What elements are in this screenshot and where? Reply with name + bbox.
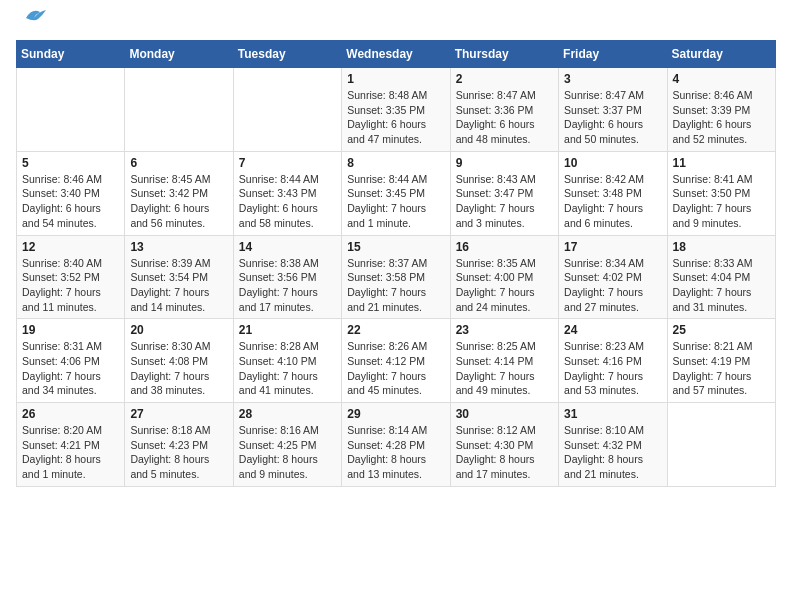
day-number: 24 (564, 323, 661, 337)
day-cell: 13Sunrise: 8:39 AM Sunset: 3:54 PM Dayli… (125, 235, 233, 319)
day-info: Sunrise: 8:14 AM Sunset: 4:28 PM Dayligh… (347, 423, 444, 482)
week-row-3: 12Sunrise: 8:40 AM Sunset: 3:52 PM Dayli… (17, 235, 776, 319)
day-cell: 14Sunrise: 8:38 AM Sunset: 3:56 PM Dayli… (233, 235, 341, 319)
day-cell: 8Sunrise: 8:44 AM Sunset: 3:45 PM Daylig… (342, 151, 450, 235)
day-info: Sunrise: 8:40 AM Sunset: 3:52 PM Dayligh… (22, 256, 119, 315)
day-cell: 5Sunrise: 8:46 AM Sunset: 3:40 PM Daylig… (17, 151, 125, 235)
day-info: Sunrise: 8:25 AM Sunset: 4:14 PM Dayligh… (456, 339, 553, 398)
day-number: 25 (673, 323, 770, 337)
day-cell (125, 68, 233, 152)
day-info: Sunrise: 8:41 AM Sunset: 3:50 PM Dayligh… (673, 172, 770, 231)
day-cell: 25Sunrise: 8:21 AM Sunset: 4:19 PM Dayli… (667, 319, 775, 403)
day-cell: 4Sunrise: 8:46 AM Sunset: 3:39 PM Daylig… (667, 68, 775, 152)
logo-bird-icon (18, 6, 48, 28)
day-cell: 2Sunrise: 8:47 AM Sunset: 3:36 PM Daylig… (450, 68, 558, 152)
day-number: 11 (673, 156, 770, 170)
page-header (16, 16, 776, 28)
day-info: Sunrise: 8:31 AM Sunset: 4:06 PM Dayligh… (22, 339, 119, 398)
day-number: 5 (22, 156, 119, 170)
day-cell: 31Sunrise: 8:10 AM Sunset: 4:32 PM Dayli… (559, 403, 667, 487)
day-number: 30 (456, 407, 553, 421)
day-number: 26 (22, 407, 119, 421)
day-cell: 22Sunrise: 8:26 AM Sunset: 4:12 PM Dayli… (342, 319, 450, 403)
day-info: Sunrise: 8:12 AM Sunset: 4:30 PM Dayligh… (456, 423, 553, 482)
day-info: Sunrise: 8:45 AM Sunset: 3:42 PM Dayligh… (130, 172, 227, 231)
col-header-tuesday: Tuesday (233, 41, 341, 68)
day-number: 1 (347, 72, 444, 86)
day-number: 31 (564, 407, 661, 421)
day-number: 21 (239, 323, 336, 337)
day-number: 8 (347, 156, 444, 170)
col-header-friday: Friday (559, 41, 667, 68)
day-cell: 7Sunrise: 8:44 AM Sunset: 3:43 PM Daylig… (233, 151, 341, 235)
day-info: Sunrise: 8:39 AM Sunset: 3:54 PM Dayligh… (130, 256, 227, 315)
day-cell (17, 68, 125, 152)
day-info: Sunrise: 8:46 AM Sunset: 3:39 PM Dayligh… (673, 88, 770, 147)
day-cell: 10Sunrise: 8:42 AM Sunset: 3:48 PM Dayli… (559, 151, 667, 235)
day-cell: 24Sunrise: 8:23 AM Sunset: 4:16 PM Dayli… (559, 319, 667, 403)
col-header-sunday: Sunday (17, 41, 125, 68)
col-header-monday: Monday (125, 41, 233, 68)
day-number: 6 (130, 156, 227, 170)
day-number: 27 (130, 407, 227, 421)
day-cell: 18Sunrise: 8:33 AM Sunset: 4:04 PM Dayli… (667, 235, 775, 319)
day-cell: 21Sunrise: 8:28 AM Sunset: 4:10 PM Dayli… (233, 319, 341, 403)
day-cell: 26Sunrise: 8:20 AM Sunset: 4:21 PM Dayli… (17, 403, 125, 487)
day-number: 15 (347, 240, 444, 254)
day-cell: 3Sunrise: 8:47 AM Sunset: 3:37 PM Daylig… (559, 68, 667, 152)
day-number: 13 (130, 240, 227, 254)
col-header-thursday: Thursday (450, 41, 558, 68)
day-cell: 6Sunrise: 8:45 AM Sunset: 3:42 PM Daylig… (125, 151, 233, 235)
day-number: 23 (456, 323, 553, 337)
day-cell: 30Sunrise: 8:12 AM Sunset: 4:30 PM Dayli… (450, 403, 558, 487)
day-cell: 28Sunrise: 8:16 AM Sunset: 4:25 PM Dayli… (233, 403, 341, 487)
day-number: 7 (239, 156, 336, 170)
day-info: Sunrise: 8:46 AM Sunset: 3:40 PM Dayligh… (22, 172, 119, 231)
calendar-header-row: SundayMondayTuesdayWednesdayThursdayFrid… (17, 41, 776, 68)
week-row-5: 26Sunrise: 8:20 AM Sunset: 4:21 PM Dayli… (17, 403, 776, 487)
day-info: Sunrise: 8:10 AM Sunset: 4:32 PM Dayligh… (564, 423, 661, 482)
day-info: Sunrise: 8:43 AM Sunset: 3:47 PM Dayligh… (456, 172, 553, 231)
day-info: Sunrise: 8:28 AM Sunset: 4:10 PM Dayligh… (239, 339, 336, 398)
day-cell: 29Sunrise: 8:14 AM Sunset: 4:28 PM Dayli… (342, 403, 450, 487)
day-number: 12 (22, 240, 119, 254)
day-info: Sunrise: 8:21 AM Sunset: 4:19 PM Dayligh… (673, 339, 770, 398)
day-cell: 23Sunrise: 8:25 AM Sunset: 4:14 PM Dayli… (450, 319, 558, 403)
day-info: Sunrise: 8:47 AM Sunset: 3:37 PM Dayligh… (564, 88, 661, 147)
day-number: 14 (239, 240, 336, 254)
day-info: Sunrise: 8:26 AM Sunset: 4:12 PM Dayligh… (347, 339, 444, 398)
week-row-1: 1Sunrise: 8:48 AM Sunset: 3:35 PM Daylig… (17, 68, 776, 152)
day-number: 4 (673, 72, 770, 86)
col-header-wednesday: Wednesday (342, 41, 450, 68)
day-info: Sunrise: 8:30 AM Sunset: 4:08 PM Dayligh… (130, 339, 227, 398)
day-cell: 15Sunrise: 8:37 AM Sunset: 3:58 PM Dayli… (342, 235, 450, 319)
day-info: Sunrise: 8:18 AM Sunset: 4:23 PM Dayligh… (130, 423, 227, 482)
day-info: Sunrise: 8:44 AM Sunset: 3:43 PM Dayligh… (239, 172, 336, 231)
day-info: Sunrise: 8:44 AM Sunset: 3:45 PM Dayligh… (347, 172, 444, 231)
day-cell: 19Sunrise: 8:31 AM Sunset: 4:06 PM Dayli… (17, 319, 125, 403)
day-info: Sunrise: 8:38 AM Sunset: 3:56 PM Dayligh… (239, 256, 336, 315)
day-cell: 1Sunrise: 8:48 AM Sunset: 3:35 PM Daylig… (342, 68, 450, 152)
day-info: Sunrise: 8:34 AM Sunset: 4:02 PM Dayligh… (564, 256, 661, 315)
day-cell: 20Sunrise: 8:30 AM Sunset: 4:08 PM Dayli… (125, 319, 233, 403)
day-info: Sunrise: 8:16 AM Sunset: 4:25 PM Dayligh… (239, 423, 336, 482)
day-cell: 27Sunrise: 8:18 AM Sunset: 4:23 PM Dayli… (125, 403, 233, 487)
day-number: 16 (456, 240, 553, 254)
day-cell: 12Sunrise: 8:40 AM Sunset: 3:52 PM Dayli… (17, 235, 125, 319)
day-info: Sunrise: 8:42 AM Sunset: 3:48 PM Dayligh… (564, 172, 661, 231)
day-number: 3 (564, 72, 661, 86)
day-cell: 17Sunrise: 8:34 AM Sunset: 4:02 PM Dayli… (559, 235, 667, 319)
col-header-saturday: Saturday (667, 41, 775, 68)
day-number: 28 (239, 407, 336, 421)
calendar-table: SundayMondayTuesdayWednesdayThursdayFrid… (16, 40, 776, 487)
day-info: Sunrise: 8:20 AM Sunset: 4:21 PM Dayligh… (22, 423, 119, 482)
day-info: Sunrise: 8:23 AM Sunset: 4:16 PM Dayligh… (564, 339, 661, 398)
day-number: 17 (564, 240, 661, 254)
day-cell: 9Sunrise: 8:43 AM Sunset: 3:47 PM Daylig… (450, 151, 558, 235)
day-info: Sunrise: 8:35 AM Sunset: 4:00 PM Dayligh… (456, 256, 553, 315)
week-row-2: 5Sunrise: 8:46 AM Sunset: 3:40 PM Daylig… (17, 151, 776, 235)
day-number: 10 (564, 156, 661, 170)
day-number: 19 (22, 323, 119, 337)
day-cell (233, 68, 341, 152)
day-info: Sunrise: 8:37 AM Sunset: 3:58 PM Dayligh… (347, 256, 444, 315)
